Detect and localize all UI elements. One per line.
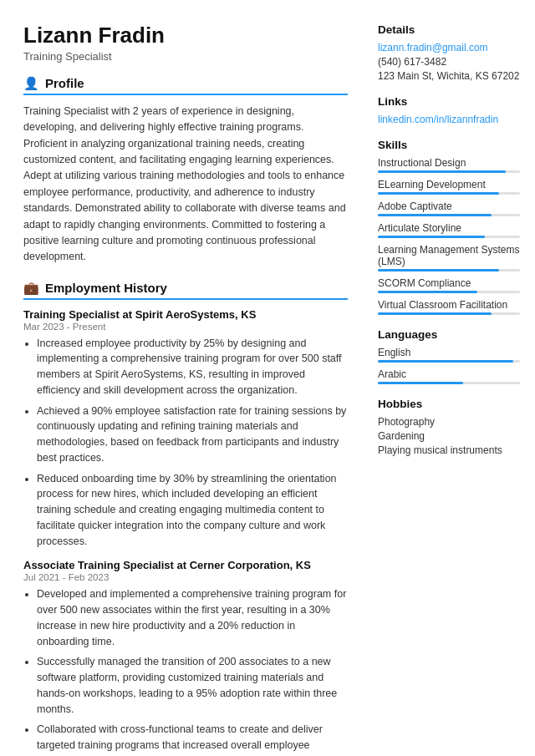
links-title: Links xyxy=(378,95,520,108)
skill-bar-bg xyxy=(378,269,520,271)
skills-section: Skills Instructional Design ELearning De… xyxy=(378,139,520,315)
lang-label: Arabic xyxy=(378,368,520,380)
employment-section: 💼 Employment History Training Specialist… xyxy=(23,281,348,756)
skill-bar-fill xyxy=(378,236,485,238)
employment-icon: 💼 xyxy=(23,281,39,296)
skill-item: ELearning Development xyxy=(378,179,520,195)
skills-title: Skills xyxy=(378,139,520,151)
hobbies-section: Hobbies Photography Gardening Playing mu… xyxy=(378,398,520,456)
links-section: Links linkedin.com/in/lizannfradin xyxy=(378,95,520,125)
skill-bar-bg xyxy=(378,291,520,293)
job-item: Training Specialist at Spirit AeroSystem… xyxy=(23,308,348,550)
job-period-1: Mar 2023 - Present xyxy=(23,322,348,332)
profile-text: Training Specialist with 2 years of expe… xyxy=(23,104,348,266)
skill-item: Adobe Captivate xyxy=(378,200,520,216)
lang-item: English xyxy=(378,347,520,363)
skill-item: Instructional Design xyxy=(378,157,520,173)
details-section: Details lizann.fradin@gmail.com (540) 61… xyxy=(378,23,520,82)
lang-bar-fill xyxy=(378,360,513,363)
job-period-2: Jul 2021 - Feb 2023 xyxy=(23,572,348,582)
job-bullets-2: Developed and implemented a comprehensiv… xyxy=(23,586,348,756)
skill-item: Learning Management Systems (LMS) xyxy=(378,244,520,271)
job-bullet: Increased employee productivity by 25% b… xyxy=(37,336,348,398)
profile-section: 👤 Profile Training Specialist with 2 yea… xyxy=(23,76,348,266)
skill-bar-fill xyxy=(378,312,492,315)
candidate-title: Training Specialist xyxy=(23,50,348,63)
skill-bar-bg xyxy=(378,192,520,195)
address: 123 Main St, Wichita, KS 67202 xyxy=(378,70,520,82)
lang-label: English xyxy=(378,347,520,358)
skill-item: SCORM Compliance xyxy=(378,277,520,293)
skill-label: ELearning Development xyxy=(378,179,520,190)
profile-icon: 👤 xyxy=(23,76,39,91)
skill-item: Articulate Storyline xyxy=(378,222,520,238)
skill-label: Instructional Design xyxy=(378,157,520,169)
skill-label: Adobe Captivate xyxy=(378,200,520,212)
skill-bar-bg xyxy=(378,236,520,238)
email[interactable]: lizann.fradin@gmail.com xyxy=(378,42,520,53)
hobby-item: Photography xyxy=(378,416,520,428)
job-bullets-1: Increased employee productivity by 25% b… xyxy=(23,336,348,550)
skill-label: Virtual Classroom Facilitation xyxy=(378,299,520,311)
lang-item: Arabic xyxy=(378,368,520,384)
skill-bar-fill xyxy=(378,291,477,293)
lang-bar-fill xyxy=(378,382,463,384)
hobby-item: Gardening xyxy=(378,430,520,442)
job-bullet: Reduced onboarding time by 30% by stream… xyxy=(37,471,348,550)
candidate-name: Lizann Fradin xyxy=(23,23,348,48)
skill-item: Virtual Classroom Facilitation xyxy=(378,299,520,315)
skill-bar-fill xyxy=(378,192,499,195)
skill-bar-bg xyxy=(378,170,520,173)
skill-bar-bg xyxy=(378,214,520,216)
skill-bar-fill xyxy=(378,170,506,173)
skill-label: Learning Management Systems (LMS) xyxy=(378,244,520,267)
skill-bar-fill xyxy=(378,269,499,271)
skill-label: Articulate Storyline xyxy=(378,222,520,234)
lang-bar-bg xyxy=(378,382,520,384)
skill-label: SCORM Compliance xyxy=(378,277,520,289)
job-item: Associate Training Specialist at Cerner … xyxy=(23,559,348,756)
job-bullet: Achieved a 90% employee satisfaction rat… xyxy=(37,403,348,466)
skill-bar-fill xyxy=(378,214,492,216)
job-bullet: Successfully managed the transition of 2… xyxy=(37,654,348,717)
job-bullet: Developed and implemented a comprehensiv… xyxy=(37,586,348,649)
languages-title: Languages xyxy=(378,328,520,341)
job-title-2: Associate Training Specialist at Cerner … xyxy=(23,559,348,571)
profile-section-title: 👤 Profile xyxy=(23,76,348,95)
details-title: Details xyxy=(378,23,520,36)
employment-section-title: 💼 Employment History xyxy=(23,281,348,300)
phone: (540) 617-3482 xyxy=(378,56,520,68)
job-title-1: Training Specialist at Spirit AeroSystem… xyxy=(23,308,348,321)
languages-section: Languages English Arabic xyxy=(378,328,520,384)
hobby-item: Playing musical instruments xyxy=(378,444,520,456)
skill-bar-bg xyxy=(378,312,520,315)
linkedin-link[interactable]: linkedin.com/in/lizannfradin xyxy=(378,114,520,125)
lang-bar-bg xyxy=(378,360,520,363)
hobbies-title: Hobbies xyxy=(378,398,520,410)
job-bullet: Collaborated with cross-functional teams… xyxy=(37,722,348,756)
